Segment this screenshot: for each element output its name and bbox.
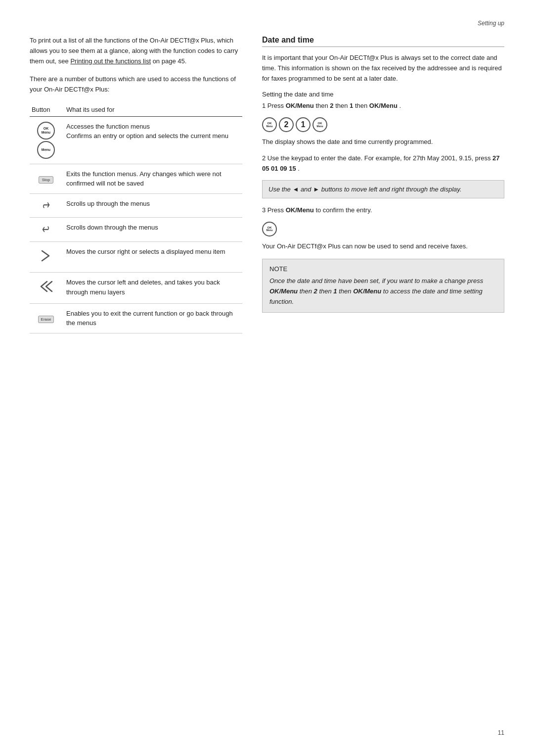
setting-label: Setting the date and time xyxy=(262,91,504,98)
arrow-left-double-icon xyxy=(37,278,55,295)
step-1-ok-menu: OK/Menu xyxy=(286,102,314,109)
step-1-icon-row: OK Menu 2 1 OK Menu xyxy=(262,117,504,132)
printing-functions-link[interactable]: Printing out the functions list xyxy=(70,57,151,65)
date-time-intro: It is important that your On-Air DECTf@x… xyxy=(262,53,504,84)
arrow-right-icon-cell xyxy=(30,241,64,273)
erase-icon-cell: Erase xyxy=(30,303,64,333)
step-1-2: 2 xyxy=(330,102,333,109)
italic-hint-box: Use the ◄ and ► buttons to move left and… xyxy=(262,180,504,199)
scroll-up-description: Scrolls up through the menus xyxy=(64,193,242,218)
step-3-icon-row: OK Menu xyxy=(262,222,504,236)
arrow-right-description: Moves the cursor right or selects a disp… xyxy=(64,241,242,273)
scroll-down-description: Scrolls down through the menus xyxy=(64,218,242,242)
step-1-num: 1 xyxy=(262,102,267,109)
ok-menu-btn-2: Menu xyxy=(37,141,55,159)
scroll-down-icon-cell: ↩ xyxy=(30,218,64,242)
arrow-right-icon xyxy=(38,247,54,265)
result-text: Your On-Air DECTf@x Plus can now be used… xyxy=(262,241,504,252)
stop-button-icon: Stop xyxy=(39,176,53,184)
button-table: Button What its used for OK Menu xyxy=(30,104,242,333)
step1-ok-btn-2: OK Menu xyxy=(312,117,327,132)
stop-icon-cell: Stop xyxy=(30,164,64,193)
scroll-up-icon-cell: ↩ xyxy=(30,193,64,218)
table-row: Erase Enables you to exit the current fu… xyxy=(30,303,242,333)
table-row: Stop Exits the function menus. Any chang… xyxy=(30,164,242,193)
setting-up-label: Setting up xyxy=(478,20,504,27)
table-row: Moves the cursor left and deletes, and t… xyxy=(30,273,242,304)
page-header: Setting up xyxy=(30,20,504,27)
ok-menu-btn: OK Menu xyxy=(37,122,55,140)
col-description-header: What its used for xyxy=(64,104,242,117)
section-title: Date and time xyxy=(262,36,504,47)
step-3-ok-menu: OK/Menu xyxy=(286,206,314,214)
arrow-left-icon-cell xyxy=(30,273,64,304)
step-1: 1 Press OK/Menu then 2 then 1 then OK/Me… xyxy=(262,101,504,111)
page-number: 11 xyxy=(498,729,504,736)
col-button-header: Button xyxy=(30,104,64,117)
intro-paragraph-1: To print out a list of all the functions… xyxy=(30,36,242,66)
right-column: Date and time It is important that your … xyxy=(262,36,504,333)
ok-menu-description: Accesses the function menus Confirms an … xyxy=(64,116,242,164)
table-row: ↩ Scrolls down through the menus xyxy=(30,218,242,242)
ok-menu-button-icon: OK Menu Menu xyxy=(37,122,55,159)
note-text: Once the date and time have been set, if… xyxy=(269,276,497,307)
stop-description: Exits the function menus. Any changes wh… xyxy=(64,164,242,193)
table-row: Moves the cursor right or selects a disp… xyxy=(30,241,242,273)
scroll-up-icon: ↩ xyxy=(42,199,49,212)
step-3-num: 3 xyxy=(262,206,267,214)
step-1-ok-menu-2: OK/Menu xyxy=(369,102,398,109)
erase-description: Enables you to exit the current function… xyxy=(64,303,242,333)
step-1-1: 1 xyxy=(350,102,353,109)
step1-num-1-btn: 1 xyxy=(296,117,311,132)
ok-menu-icon-cell: OK Menu Menu xyxy=(30,116,64,164)
left-column: To print out a list of all the functions… xyxy=(30,36,242,333)
table-row: ↩ Scrolls up through the menus xyxy=(30,193,242,218)
two-column-layout: To print out a list of all the functions… xyxy=(30,36,504,333)
arrow-left-description: Moves the cursor left and deletes, and t… xyxy=(64,273,242,304)
step-3: 3 Press OK/Menu to confirm the entry. xyxy=(262,205,504,216)
note-label: NOTE xyxy=(269,264,497,275)
erase-button-icon: Erase xyxy=(38,316,54,323)
note-box: NOTE Once the date and time have been se… xyxy=(262,259,504,313)
step1-ok-btn-1: OK Menu xyxy=(262,117,277,132)
intro-paragraph-2: There are a number of buttons which are … xyxy=(30,74,242,95)
table-row: OK Menu Menu Accesses the function menus… xyxy=(30,116,242,164)
step-2-num: 2 xyxy=(262,154,267,162)
step-1-display-note: The display shows the date and time curr… xyxy=(262,137,504,147)
step-2: 2 Use the keypad to enter the date. For … xyxy=(262,153,504,174)
step3-ok-btn: OK Menu xyxy=(262,222,277,236)
scroll-down-icon: ↩ xyxy=(42,223,49,236)
step1-num-2-btn: 2 xyxy=(279,117,294,132)
